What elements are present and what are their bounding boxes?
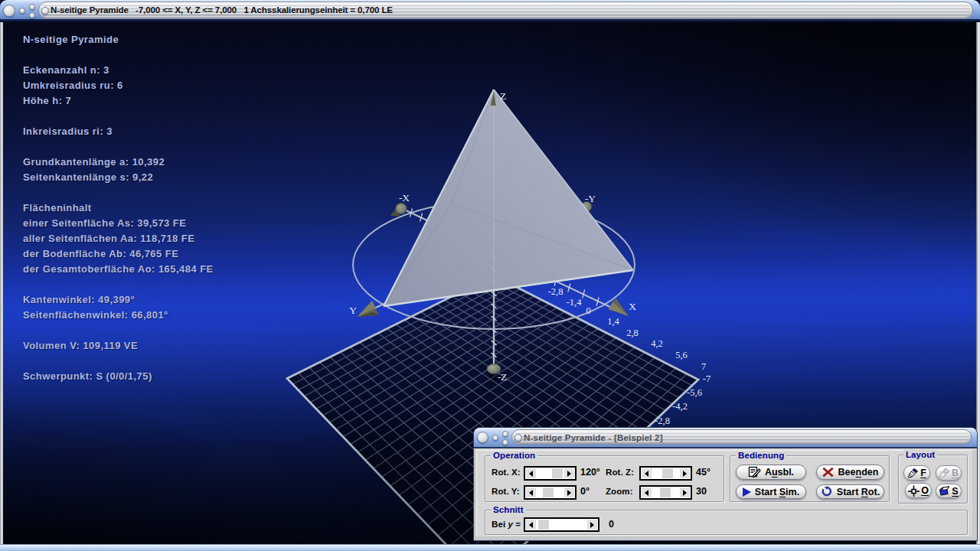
svg-text:-Z: -Z xyxy=(498,371,508,383)
svg-text:1,4: 1,4 xyxy=(607,316,619,327)
svg-text:-2,8: -2,8 xyxy=(548,286,564,297)
svg-text:Y: Y xyxy=(349,305,357,316)
svg-text:-1,4: -1,4 xyxy=(567,297,583,308)
svg-text:-X: -X xyxy=(399,192,410,204)
svg-text:-Y: -Y xyxy=(585,193,596,204)
svg-text:0: 0 xyxy=(586,305,590,316)
svg-text:5,6: 5,6 xyxy=(675,350,688,360)
svg-text:X: X xyxy=(629,301,636,312)
svg-text:-5,6: -5,6 xyxy=(687,387,702,398)
svg-text:-7: -7 xyxy=(703,373,710,384)
svg-text:4,2: 4,2 xyxy=(651,338,663,349)
svg-text:2,8: 2,8 xyxy=(626,328,639,338)
svg-text:-2,8: -2,8 xyxy=(655,416,670,426)
svg-text:Z: Z xyxy=(500,90,506,102)
svg-text:-4,2: -4,2 xyxy=(672,401,688,412)
svg-text:7: 7 xyxy=(701,361,706,372)
